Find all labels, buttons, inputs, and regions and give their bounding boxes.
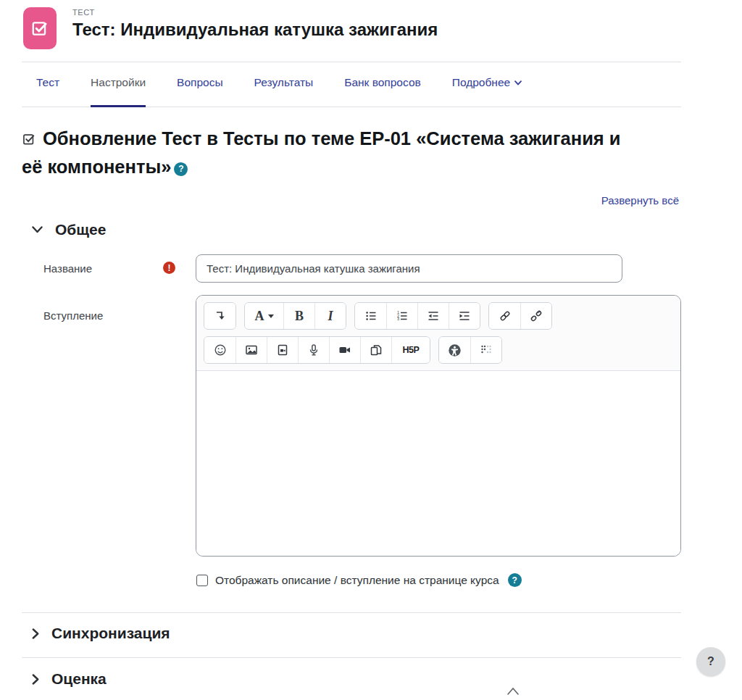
editor-toolbar-row-1: A B I (204, 302, 673, 330)
toolbar-group-toggle (204, 302, 236, 330)
tab-questions[interactable]: Вопросы (177, 75, 222, 107)
indent-button[interactable] (449, 303, 480, 329)
intro-field-label: Вступление (43, 309, 103, 322)
page-title: Тест: Индивидуальная катушка зажигания (72, 20, 438, 40)
quiz-settings-page: ТЕСТ Тест: Индивидуальная катушка зажига… (0, 0, 742, 700)
record-audio-button[interactable] (298, 337, 329, 363)
toolbar-group-text: A B I (244, 302, 346, 330)
ordered-list-button[interactable]: 1 2 3 (386, 303, 417, 329)
header-divider (22, 62, 681, 62)
quiz-activity-icon (23, 7, 57, 49)
accessibility-icon (448, 343, 462, 357)
section-divider (22, 612, 681, 613)
intro-rich-text-editor: A B I (196, 295, 681, 557)
image-button[interactable] (235, 337, 267, 363)
toolbar-group-links (488, 302, 552, 330)
toolbar-group-media: H5P (204, 336, 430, 364)
image-icon (245, 343, 258, 357)
name-input[interactable] (196, 254, 622, 283)
unordered-list-button[interactable] (355, 303, 386, 329)
tab-question-bank[interactable]: Банк вопросов (344, 75, 421, 107)
editor-content-area[interactable] (196, 371, 680, 556)
name-field-label: Название (43, 262, 92, 275)
show-description-checkbox[interactable] (196, 575, 208, 586)
checkbox-heading-icon (22, 132, 36, 146)
chevron-up-icon (507, 687, 520, 696)
section-divider (22, 657, 681, 658)
indent-icon (458, 309, 471, 322)
toolbar-group-lists: 1 2 3 (354, 302, 480, 330)
manage-files-button[interactable] (360, 337, 391, 363)
chevron-right-icon (32, 628, 39, 639)
editor-toolbar: A B I (196, 296, 680, 371)
font-style-button[interactable]: A (245, 303, 283, 329)
emoji-button[interactable] (204, 337, 235, 363)
activity-type-label: ТЕСТ (72, 8, 95, 17)
unlink-icon (530, 309, 543, 322)
bold-button[interactable]: B (283, 303, 314, 329)
expand-all-link[interactable]: Развернуть всё (601, 194, 679, 207)
show-description-label: Отображать описание / вступление на стра… (215, 574, 499, 587)
form-heading: Обновление Тест в Тесты по теме ЕР-01 «С… (22, 125, 630, 181)
outdent-icon (427, 309, 440, 322)
section-header-sync[interactable]: Синхронизация (32, 625, 170, 642)
floating-help-button[interactable]: ? (696, 647, 725, 676)
outdent-button[interactable] (417, 303, 449, 329)
braille-dots-icon (480, 343, 493, 357)
section-title-grade: Оценка (51, 670, 107, 688)
section-title-general: Общее (55, 221, 106, 238)
tab-more-label: Подробнее (452, 75, 510, 90)
chevron-right-icon (32, 674, 39, 685)
link-button[interactable] (489, 303, 520, 329)
tab-more[interactable]: Подробнее (452, 75, 522, 107)
h5p-button[interactable]: H5P (391, 337, 430, 363)
chevron-down-icon (514, 80, 522, 86)
required-icon: ! (163, 262, 175, 274)
toggle-toolbar-icon (214, 309, 227, 322)
section-title-sync: Синхронизация (51, 625, 170, 642)
section-header-grade[interactable]: Оценка (32, 670, 107, 688)
font-style-icon: A (255, 309, 264, 324)
tab-quiz[interactable]: Тест (36, 75, 59, 107)
toggle-toolbar-button[interactable] (204, 303, 235, 329)
heading-help-icon[interactable]: ? (174, 162, 188, 176)
checkbox-check-icon (30, 19, 49, 38)
chevron-down-icon (268, 314, 274, 318)
ordered-list-icon: 1 2 3 (396, 309, 409, 322)
section-header-general[interactable]: Общее (32, 221, 106, 238)
record-video-button[interactable] (329, 337, 360, 363)
microphone-icon (307, 343, 320, 357)
secondary-navigation: Тест Настройки Вопросы Результаты Банк в… (36, 75, 522, 107)
italic-icon: I (328, 309, 333, 324)
italic-button[interactable]: I (314, 303, 346, 329)
media-file-icon (276, 343, 289, 357)
emoji-icon (214, 343, 227, 357)
form-heading-text: Обновление Тест в Тесты по теме ЕР-01 «С… (22, 128, 621, 177)
media-button[interactable] (267, 337, 298, 363)
accessibility-checker-button[interactable] (439, 337, 470, 363)
link-icon (499, 309, 512, 322)
svg-text:3: 3 (397, 317, 399, 321)
chevron-down-icon (32, 226, 43, 233)
video-camera-icon (338, 343, 351, 357)
show-description-help-icon[interactable]: ? (508, 573, 522, 587)
documents-icon (370, 343, 383, 357)
tab-results[interactable]: Результаты (254, 75, 314, 107)
tab-settings[interactable]: Настройки (91, 75, 146, 107)
editor-toolbar-row-2: H5P (204, 336, 673, 364)
show-description-row: Отображать описание / вступление на стра… (196, 573, 522, 587)
toolbar-group-accessibility (438, 336, 502, 364)
h5p-icon: H5P (403, 345, 420, 355)
screenreader-helper-button[interactable] (470, 337, 501, 363)
unlink-button[interactable] (520, 303, 551, 329)
unordered-list-icon (364, 309, 378, 322)
bold-icon: B (295, 309, 304, 324)
